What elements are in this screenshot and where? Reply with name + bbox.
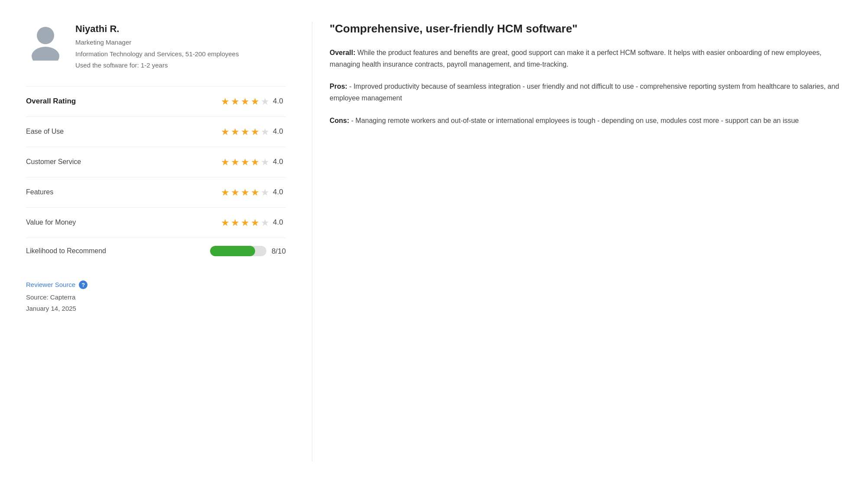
avatar [26,22,65,61]
question-icon: ? [79,280,87,289]
features-stars-group: ★ ★ ★ ★ ★ 4.0 [221,185,286,200]
customer-service-stars: ★ ★ ★ ★ ★ [221,155,269,169]
overall-stars: ★ ★ ★ ★ ★ [221,94,269,109]
value-for-money-row: Value for Money ★ ★ ★ ★ ★ 4.0 [26,208,286,238]
reviewer-usage: Used the software for: 1-2 years [75,61,239,71]
star-1: ★ [221,125,230,139]
reviewer-header: Niyathi R. Marketing Manager Information… [26,22,286,71]
review-cons: Cons: - Managing remote workers and out-… [330,115,842,126]
star-4: ★ [251,94,259,109]
features-row: Features ★ ★ ★ ★ ★ 4.0 [26,177,286,208]
star-4: ★ [251,155,259,169]
overall-rating-value: 4.0 [273,96,286,107]
features-stars: ★ ★ ★ ★ ★ [221,185,269,200]
left-panel: Niyathi R. Marketing Manager Information… [26,22,286,461]
page-container: Niyathi R. Marketing Manager Information… [0,0,868,483]
star-2: ★ [231,125,240,139]
customer-service-value: 4.0 [273,156,286,167]
star-2: ★ [231,94,240,109]
svg-point-1 [32,47,59,61]
customer-service-stars-group: ★ ★ ★ ★ ★ 4.0 [221,155,286,169]
ease-of-use-label: Ease of Use [26,126,64,137]
progress-bar-outer [210,246,266,256]
value-for-money-stars-group: ★ ★ ★ ★ ★ 4.0 [221,216,286,230]
star-3: ★ [241,155,249,169]
reviewer-name: Niyathi R. [75,22,239,36]
reviewer-source-section: Reviewer Source ? Source: Capterra Janua… [26,280,286,314]
star-3: ★ [241,94,249,109]
star-2: ★ [231,185,240,200]
ease-of-use-row: Ease of Use ★ ★ ★ ★ ★ 4.0 [26,117,286,147]
reviewer-source-link-text: Reviewer Source [26,280,75,290]
cons-label: Cons: [330,117,349,124]
features-label: Features [26,187,53,197]
star-4: ★ [251,216,259,230]
overall-stars-group: ★ ★ ★ ★ ★ 4.0 [221,94,286,109]
cons-text: - Managing remote workers and out-of-sta… [349,117,799,124]
star-3: ★ [241,185,249,200]
ease-of-use-value: 4.0 [273,126,286,137]
customer-service-label: Customer Service [26,157,81,167]
ease-of-use-stars-group: ★ ★ ★ ★ ★ 4.0 [221,125,286,139]
star-1: ★ [221,216,230,230]
star-5: ★ [261,185,269,200]
customer-service-row: Customer Service ★ ★ ★ ★ ★ 4.0 [26,147,286,177]
overall-rating-label: Overall Rating [26,96,76,107]
value-for-money-stars: ★ ★ ★ ★ ★ [221,216,269,230]
reviewer-source-link[interactable]: Reviewer Source ? [26,280,286,290]
review-title: "Comprehensive, user-friendly HCM softwa… [330,22,842,36]
likelihood-value: 8/10 [272,246,286,257]
star-2: ★ [231,155,240,169]
overall-text: While the product features and benefits … [330,49,822,68]
progress-bar-inner [210,246,255,256]
star-3: ★ [241,216,249,230]
star-1: ★ [221,155,230,169]
svg-point-0 [37,27,54,44]
likelihood-label: Likelihood to Recommend [26,246,106,256]
likelihood-bar-container: 8/10 [210,246,286,257]
right-panel: "Comprehensive, user-friendly HCM softwa… [312,22,842,461]
star-5: ★ [261,216,269,230]
reviewer-title: Marketing Manager [75,38,239,48]
value-for-money-value: 4.0 [273,217,286,228]
star-5: ★ [261,155,269,169]
star-4: ★ [251,185,259,200]
star-2: ★ [231,216,240,230]
star-5: ★ [261,125,269,139]
review-overall: Overall: While the product features and … [330,47,842,70]
pros-label: Pros: [330,83,347,90]
star-1: ★ [221,94,230,109]
star-3: ★ [241,125,249,139]
star-4: ★ [251,125,259,139]
likelihood-row: Likelihood to Recommend 8/10 [26,238,286,265]
ease-of-use-stars: ★ ★ ★ ★ ★ [221,125,269,139]
features-value: 4.0 [273,187,286,198]
star-1: ★ [221,185,230,200]
overall-rating-row: Overall Rating ★ ★ ★ ★ ★ 4.0 [26,86,286,117]
pros-text: - Improved productivity because of seaml… [330,83,839,102]
reviewer-info: Niyathi R. Marketing Manager Information… [75,22,239,71]
star-5: ★ [261,94,269,109]
source-date: January 14, 2025 [26,304,286,314]
ratings-section: Overall Rating ★ ★ ★ ★ ★ 4.0 Ease of Use [26,86,286,265]
overall-label: Overall: [330,49,356,56]
source-name: Source: Capterra [26,293,286,303]
value-for-money-label: Value for Money [26,217,76,228]
reviewer-company: Information Technology and Services, 51-… [75,49,239,59]
review-pros: Pros: - Improved productivity because of… [330,80,842,104]
